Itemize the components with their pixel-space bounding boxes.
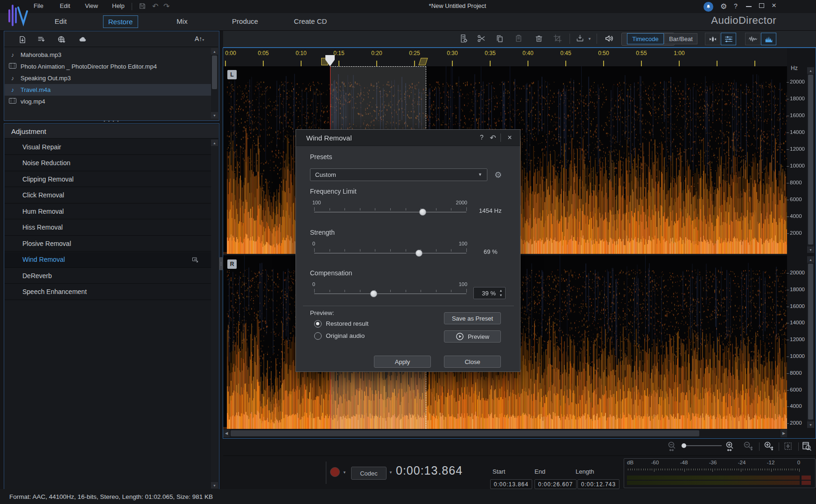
library-scrollbar[interactable]: ▲▼ (211, 48, 218, 119)
field-value-start[interactable]: 0:00:13.864 (490, 479, 532, 489)
scroll-left-icon[interactable]: ◀ (223, 429, 230, 437)
timecode-toggle[interactable]: Timecode (627, 33, 664, 44)
library-scroll-thumb[interactable] (212, 56, 217, 89)
scroll-right-icon[interactable]: ▶ (781, 429, 787, 437)
bar-beat-toggle[interactable]: Bar/Beat (664, 33, 697, 44)
dialog-help-icon[interactable]: ? (477, 133, 486, 141)
mixer-view-icon[interactable] (721, 33, 736, 45)
library-file-row[interactable]: Photo Animation _ PhotoDirector Photo Ed… (5, 61, 211, 72)
dialog-reset-icon[interactable]: ↶ (488, 133, 498, 142)
cut-icon[interactable] (476, 32, 487, 45)
scroll-down-icon[interactable]: ▼ (211, 112, 218, 119)
properties-icon[interactable] (457, 32, 469, 45)
time-stretch-view-icon[interactable] (705, 33, 720, 45)
tab-restore[interactable]: Restore (103, 15, 138, 28)
radio-restored-result[interactable] (314, 320, 322, 328)
selection-end-flag[interactable] (418, 58, 428, 65)
paste-icon[interactable] (513, 32, 524, 45)
adjustment-scrollbar[interactable]: ▲▼ (211, 140, 218, 489)
scroll-down-icon[interactable]: ▼ (807, 421, 814, 428)
adjustment-item-clipping-removal[interactable]: Clipping Removal (5, 171, 212, 187)
spectral-view-icon[interactable] (761, 33, 776, 45)
slider-handle-compensation[interactable] (370, 290, 377, 297)
record-button[interactable] (330, 467, 340, 477)
zoom-out-vertical-icon[interactable] (742, 441, 753, 454)
timeline-ruler[interactable]: 0:000:050:100:150:200:250:300:350:400:45… (223, 48, 787, 67)
undo-icon[interactable]: ↶ (152, 2, 158, 11)
menu-edit[interactable]: Edit (60, 2, 70, 9)
scroll-thumb[interactable] (808, 264, 813, 420)
dialog-close-icon[interactable]: × (505, 133, 514, 142)
compensation-spinner[interactable]: 39 % ▲ ▼ (473, 287, 506, 299)
slider-track-compensation[interactable] (314, 294, 466, 294)
adjustment-item-wind-removal[interactable]: Wind Removal (5, 252, 212, 268)
adjustment-item-speech-enhancement[interactable]: Speech Enhancement (5, 284, 212, 300)
download-from-web-icon[interactable] (57, 35, 66, 46)
spinner-up-icon[interactable]: ▲ (498, 289, 504, 292)
marker-icon[interactable] (574, 32, 585, 45)
menu-file[interactable]: File (34, 2, 43, 9)
horizontal-scroll-thumb[interactable] (231, 430, 699, 436)
copy-icon[interactable] (494, 32, 505, 45)
tab-produce[interactable]: Produce (227, 15, 263, 27)
tab-create-cd[interactable]: Create CD (289, 15, 332, 27)
redo-icon[interactable]: ↷ (163, 2, 169, 11)
right-channel-scrollbar[interactable]: ▲▼ (807, 256, 814, 428)
adjustment-item-hiss-removal[interactable]: Hiss Removal (5, 220, 212, 236)
field-value-length[interactable]: 0:00:12.743 (577, 479, 619, 489)
save-as-preset-button[interactable]: Save as Preset (444, 312, 501, 324)
close-button[interactable]: Close (444, 356, 501, 368)
slider-track-strength[interactable] (314, 253, 466, 253)
marker-caret-icon[interactable]: ▼ (588, 37, 591, 41)
surround-audio-icon[interactable] (601, 32, 616, 45)
menu-help[interactable]: Help (112, 2, 125, 9)
adjustment-item-hum-removal[interactable]: Hum Removal (5, 203, 212, 219)
help-icon[interactable]: ? (734, 2, 738, 10)
batch-import-icon[interactable] (37, 35, 46, 46)
library-file-row[interactable]: ♪Mahoroba.mp3 (5, 49, 211, 61)
channel-splitter-handle[interactable]: ⋮ (219, 257, 223, 270)
zoom-in-vertical-icon[interactable] (763, 441, 774, 454)
slider-track-frequency-limit[interactable] (314, 212, 466, 212)
maximize-icon[interactable] (759, 3, 764, 8)
adjustment-item-dereverb[interactable]: DeReverb (5, 268, 212, 284)
presets-dropdown[interactable]: Custom ▼ (310, 168, 487, 181)
slider-handle-strength[interactable] (415, 250, 422, 257)
zoom-slider-track[interactable] (682, 445, 722, 446)
import-media-icon[interactable] (18, 35, 28, 46)
notifications-bell-icon[interactable] (703, 2, 713, 12)
codec-button[interactable]: Codec (351, 467, 387, 480)
tab-edit[interactable]: Edit (50, 15, 71, 27)
slider-handle-frequency-limit[interactable] (419, 209, 426, 216)
apply-button[interactable]: Apply (374, 356, 431, 368)
zoom-to-selection-icon[interactable] (801, 441, 812, 454)
spinner-down-icon[interactable]: ▼ (498, 294, 504, 297)
library-file-row[interactable]: vlog.mp4 (5, 96, 211, 107)
zoom-slider-knob[interactable] (682, 443, 686, 448)
record-caret-icon[interactable]: ▼ (343, 470, 346, 475)
minimize-icon[interactable] (746, 6, 752, 7)
codec-caret-icon[interactable]: ▼ (389, 470, 393, 475)
library-file-row[interactable]: ♪Speaking Out.mp3 (5, 72, 211, 84)
scroll-thumb[interactable] (808, 75, 813, 245)
preset-settings-gear-icon[interactable]: ⚙ (494, 170, 502, 180)
tab-mix[interactable]: Mix (172, 15, 192, 27)
scroll-up-icon[interactable]: ▲ (211, 140, 218, 146)
adjustment-item-plosive-removal[interactable]: Plosive Removal (5, 236, 212, 252)
menu-view[interactable]: View (85, 2, 98, 9)
cloud-library-icon[interactable] (78, 35, 87, 46)
left-channel-scrollbar[interactable]: ▲▼ (807, 67, 814, 253)
settings-gear-icon[interactable]: ⚙ (720, 2, 727, 11)
adjustment-item-visual-repair[interactable]: Visual Repair (5, 139, 212, 155)
library-file-row[interactable]: ♪Travel.m4a (5, 84, 211, 96)
pan-view-icon[interactable] (782, 441, 794, 454)
scroll-down-icon[interactable]: ▼ (211, 482, 218, 489)
waveform-view-icon[interactable] (745, 33, 760, 45)
zoom-in-horizontal-icon[interactable] (725, 441, 736, 454)
crop-icon[interactable] (552, 32, 563, 45)
preview-button[interactable]: Preview (444, 330, 501, 343)
radio-original-audio[interactable] (314, 332, 322, 340)
scroll-up-icon[interactable]: ▲ (211, 48, 218, 55)
text-size-button[interactable]: A↑▾ (195, 35, 204, 42)
scroll-down-icon[interactable]: ▼ (807, 246, 814, 253)
